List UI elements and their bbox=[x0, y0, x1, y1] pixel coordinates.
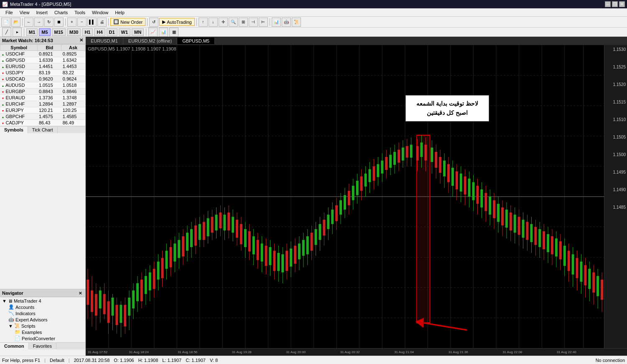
nav-examples[interactable]: 📁 Examples bbox=[0, 329, 85, 335]
time-2: 31 Aug 18:24 bbox=[129, 350, 149, 354]
autotrading-button[interactable]: ▶ AutoTrading bbox=[159, 18, 195, 26]
market-symbol: ▲ USDCHF bbox=[0, 51, 38, 57]
menu-view[interactable]: View bbox=[16, 9, 33, 16]
script-button[interactable]: 📜 bbox=[292, 18, 301, 27]
chart-tab-eurusd-m2[interactable]: EURUSD,M2 (offline) bbox=[123, 38, 177, 44]
svg-rect-252 bbox=[543, 231, 545, 249]
magnify-button[interactable]: 🔍 bbox=[229, 18, 238, 27]
market-ask: 1.6342 bbox=[61, 57, 85, 63]
scrollleft-button[interactable]: ⊣ bbox=[249, 18, 258, 27]
tf-mn[interactable]: MN bbox=[132, 28, 144, 36]
market-watch-label: Market Watch: 16:24:53 bbox=[2, 38, 53, 43]
separator-4 bbox=[147, 18, 148, 26]
menu-window[interactable]: Window bbox=[89, 9, 112, 16]
minimize-button[interactable]: ─ bbox=[605, 1, 611, 7]
sell-button[interactable]: ↓ bbox=[209, 18, 218, 27]
tf-m5[interactable]: M5 bbox=[39, 28, 50, 36]
chart-type-2[interactable]: 📊 bbox=[159, 28, 168, 37]
tf-h4[interactable]: H4 bbox=[94, 28, 105, 36]
line-tool[interactable]: ╱ bbox=[2, 28, 11, 37]
menu-tools[interactable]: Tools bbox=[71, 9, 89, 16]
market-watch-row[interactable]: ▲ GBPCHF 1.4575 1.4585 bbox=[0, 114, 85, 120]
zoom-out[interactable]: − bbox=[77, 18, 87, 27]
market-watch-close[interactable]: ✕ bbox=[79, 38, 83, 43]
menu-help[interactable]: Help bbox=[112, 9, 128, 16]
nav-expert-advisors[interactable]: 🤖 Expert Advisors bbox=[0, 316, 85, 323]
price-10: 1.1485 bbox=[613, 205, 626, 210]
chart-bar[interactable]: ▌▌ bbox=[87, 18, 97, 27]
forward-button[interactable]: → bbox=[34, 18, 43, 27]
nav-tab-common[interactable]: Common bbox=[0, 343, 29, 349]
crosshair-button[interactable]: ✛ bbox=[219, 18, 228, 27]
market-watch-row[interactable]: ▼ EURGBP 0.8843 0.8846 bbox=[0, 88, 85, 95]
market-watch-row[interactable]: ▼ CADJPY 86.43 86.49 bbox=[0, 120, 85, 126]
buy-button[interactable]: ↑ bbox=[199, 18, 208, 27]
tf-w1[interactable]: W1 bbox=[119, 28, 131, 36]
nav-period-converter[interactable]: 📄 PeriodConverter bbox=[0, 335, 85, 341]
chart-type-1[interactable]: 📈 bbox=[148, 28, 158, 37]
menu-file[interactable]: File bbox=[2, 9, 16, 16]
tab-symbols[interactable]: Symbols bbox=[0, 126, 28, 133]
market-watch-row[interactable]: ▲ USDCHF 0.8921 0.8925 bbox=[0, 51, 85, 57]
chart-tab-eurusd-m1[interactable]: EURUSD,M1 bbox=[86, 38, 123, 44]
title-bar-controls[interactable]: ─ ❐ ✕ bbox=[605, 1, 625, 7]
market-bid: 0.9620 bbox=[38, 76, 61, 82]
indicator-button[interactable]: 📊 bbox=[272, 18, 281, 27]
new-order-button[interactable]: 🔲 New Order bbox=[110, 18, 145, 26]
market-watch-row[interactable]: ▲ EURUSD 1.4451 1.4453 bbox=[0, 63, 85, 70]
market-watch-row[interactable]: ▼ EURJPY 120.21 120.25 bbox=[0, 107, 85, 114]
nav-indicators[interactable]: 📉 Indicators bbox=[0, 310, 85, 316]
tab-tick-chart[interactable]: Tick Chart bbox=[28, 126, 58, 133]
market-symbol: ▼ USDCAD bbox=[0, 76, 38, 82]
close-button[interactable]: ✕ bbox=[619, 1, 625, 7]
back-button[interactable]: ← bbox=[24, 18, 33, 27]
svg-rect-224 bbox=[484, 193, 487, 211]
svg-rect-145 bbox=[319, 224, 321, 240]
refresh-button[interactable]: ↻ bbox=[44, 18, 54, 27]
tf-h1[interactable]: H1 bbox=[82, 28, 93, 36]
print-button[interactable]: 🖨 bbox=[97, 18, 107, 27]
tf-m1[interactable]: M1 bbox=[26, 28, 38, 36]
autotrading-label: AutoTrading bbox=[167, 20, 192, 25]
navigator-close[interactable]: ✕ bbox=[77, 290, 83, 296]
chart-canvas[interactable]: GBPUSD,M5 1.1907 1.1908 1.1907 1.1908 bbox=[86, 45, 627, 348]
market-symbol: ▲ AUDUSD bbox=[0, 82, 38, 88]
nav-folder-icon: 🖥 bbox=[8, 298, 13, 303]
market-watch-row[interactable]: ▲ GBPUSD 1.6339 1.6342 bbox=[0, 57, 85, 63]
svg-rect-67 bbox=[157, 262, 160, 280]
nav-tab-favorites[interactable]: Favorites bbox=[29, 343, 56, 349]
market-watch-row[interactable]: ▼ USDCAD 0.9620 0.9624 bbox=[0, 76, 85, 82]
rotate-button[interactable]: ↺ bbox=[149, 18, 158, 27]
nav-accounts[interactable]: 👤 Accounts bbox=[0, 304, 85, 310]
market-watch-row[interactable]: ▲ EURCHF 1.2894 1.2897 bbox=[0, 101, 85, 107]
open-button[interactable]: 📂 bbox=[11, 18, 20, 27]
zoomin2-button[interactable]: ⊞ bbox=[239, 18, 248, 27]
market-watch-row[interactable]: ▼ USDJPY 83.19 83.22 bbox=[0, 70, 85, 76]
menu-insert[interactable]: Insert bbox=[33, 9, 51, 16]
svg-rect-208 bbox=[451, 168, 454, 186]
chart-type-3[interactable]: ▦ bbox=[169, 28, 178, 37]
stop-button[interactable]: ⏹ bbox=[54, 18, 64, 27]
market-watch-row[interactable]: ▼ EURAUD 1.3736 1.3748 bbox=[0, 95, 85, 101]
direction-icon: ▼ bbox=[2, 122, 5, 125]
restore-button[interactable]: ❐ bbox=[612, 1, 618, 7]
new-button[interactable]: 📄 bbox=[1, 18, 10, 27]
nav-metatrader4[interactable]: ▼ 🖥 MetaTrader 4 bbox=[0, 298, 85, 304]
svg-rect-35 bbox=[91, 291, 93, 312]
cursor-tool[interactable]: ▸ bbox=[13, 28, 22, 37]
market-watch-row[interactable]: ▲ AUDUSD 1.0515 1.0518 bbox=[0, 82, 85, 88]
expert-button[interactable]: 🤖 bbox=[282, 18, 291, 27]
svg-rect-181 bbox=[393, 152, 396, 165]
market-symbol: ▲ GBPUSD bbox=[0, 57, 38, 63]
menu-charts[interactable]: Charts bbox=[51, 9, 71, 16]
tf-m30[interactable]: M30 bbox=[67, 28, 81, 36]
nav-scripts[interactable]: ▼ 📜 Scripts bbox=[0, 323, 85, 329]
chart-tab-gbpusd-m5[interactable]: GBPUSD,M5 bbox=[177, 38, 215, 44]
tf-d1[interactable]: D1 bbox=[107, 28, 117, 36]
zoom-in[interactable]: + bbox=[67, 18, 76, 27]
tf-m15[interactable]: M15 bbox=[52, 28, 66, 36]
svg-rect-39 bbox=[99, 291, 102, 308]
scrollright-button[interactable]: ⊢ bbox=[259, 18, 268, 27]
main-area: Market Watch: 16:24:53 ✕ Symbol Bid Ask … bbox=[0, 37, 627, 356]
svg-rect-167 bbox=[364, 174, 367, 187]
